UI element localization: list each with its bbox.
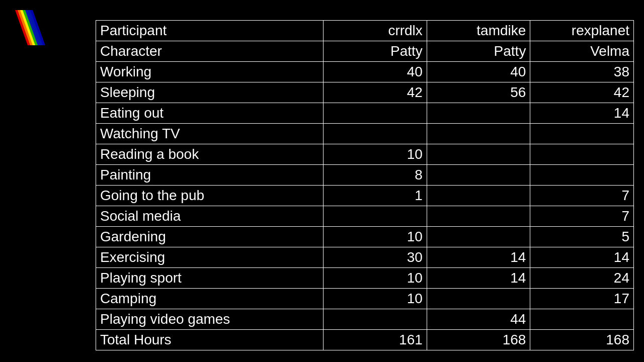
activity-name: Total Hours — [96, 330, 324, 350]
value-col2: 30 — [324, 247, 427, 268]
table-row: Going to the pub17 — [96, 186, 634, 206]
character-col2: Patty — [324, 41, 427, 62]
value-col2: 8 — [324, 165, 427, 186]
table-row: Sleeping425642 — [96, 82, 634, 103]
character-col3: Patty — [427, 41, 530, 62]
character-label: Character — [96, 41, 324, 62]
value-col4 — [530, 165, 634, 186]
value-col3 — [427, 227, 530, 247]
activity-name: Going to the pub — [96, 186, 324, 206]
participant-col2: crrdlx — [324, 21, 427, 41]
table-row: Eating out14 — [96, 103, 634, 124]
value-col3: 14 — [427, 247, 530, 268]
value-col3 — [427, 186, 530, 206]
value-col2 — [324, 124, 427, 144]
table-row: Reading a book10 — [96, 144, 634, 165]
activity-name: Camping — [96, 289, 324, 309]
activity-name: Painting — [96, 165, 324, 186]
value-col2: 40 — [324, 62, 427, 82]
value-col2 — [324, 309, 427, 330]
value-col2 — [324, 206, 427, 227]
value-col3 — [427, 165, 530, 186]
activity-name: Gardening — [96, 227, 324, 247]
value-col2: 161 — [324, 330, 427, 350]
value-col4: 42 — [530, 82, 634, 103]
activity-name: Working — [96, 62, 324, 82]
activity-name: Playing video games — [96, 309, 324, 330]
value-col4: 24 — [530, 268, 634, 289]
participant-col3: tamdike — [427, 21, 530, 41]
value-col3: 14 — [427, 268, 530, 289]
value-col2: 10 — [324, 227, 427, 247]
value-col4: 7 — [530, 186, 634, 206]
value-col3: 168 — [427, 330, 530, 350]
activity-name: Sleeping — [96, 82, 324, 103]
data-table-container: Participant crrdlx tamdike rexplanet Cha… — [96, 20, 634, 350]
value-col2: 10 — [324, 289, 427, 309]
value-col3: 40 — [427, 62, 530, 82]
value-col4 — [530, 124, 634, 144]
value-col4: 168 — [530, 330, 634, 350]
value-col4: 38 — [530, 62, 634, 82]
channel-7-logo — [5, 5, 50, 50]
table-row: Total Hours161168168 — [96, 330, 634, 350]
activity-name: Watching TV — [96, 124, 324, 144]
value-col4: 14 — [530, 103, 634, 124]
character-col4: Velma — [530, 41, 634, 62]
table-row: Painting8 — [96, 165, 634, 186]
value-col2 — [324, 103, 427, 124]
table-row: Playing sport101424 — [96, 268, 634, 289]
value-col4: 5 — [530, 227, 634, 247]
value-col3 — [427, 206, 530, 227]
value-col4: 17 — [530, 289, 634, 309]
value-col3 — [427, 289, 530, 309]
table-row: Social media7 — [96, 206, 634, 227]
participant-header-row: Participant crrdlx tamdike rexplanet — [96, 21, 634, 41]
value-col2: 10 — [324, 144, 427, 165]
activity-table: Participant crrdlx tamdike rexplanet Cha… — [96, 20, 634, 350]
value-col3: 56 — [427, 82, 530, 103]
value-col4 — [530, 144, 634, 165]
activity-name: Reading a book — [96, 144, 324, 165]
table-row: Working404038 — [96, 62, 634, 82]
table-row: Watching TV — [96, 124, 634, 144]
value-col3 — [427, 103, 530, 124]
value-col4: 7 — [530, 206, 634, 227]
value-col3: 44 — [427, 309, 530, 330]
value-col3 — [427, 124, 530, 144]
participant-col4: rexplanet — [530, 21, 634, 41]
table-row: Exercising301414 — [96, 247, 634, 268]
activity-name: Social media — [96, 206, 324, 227]
table-row: Camping1017 — [96, 289, 634, 309]
activity-name: Exercising — [96, 247, 324, 268]
activity-name: Playing sport — [96, 268, 324, 289]
activity-name: Eating out — [96, 103, 324, 124]
participant-label: Participant — [96, 21, 324, 41]
value-col3 — [427, 144, 530, 165]
value-col4: 14 — [530, 247, 634, 268]
table-row: Playing video games44 — [96, 309, 634, 330]
value-col2: 10 — [324, 268, 427, 289]
table-row: Gardening105 — [96, 227, 634, 247]
value-col2: 1 — [324, 186, 427, 206]
value-col2: 42 — [324, 82, 427, 103]
value-col4 — [530, 309, 634, 330]
character-header-row: Character Patty Patty Velma — [96, 41, 634, 62]
